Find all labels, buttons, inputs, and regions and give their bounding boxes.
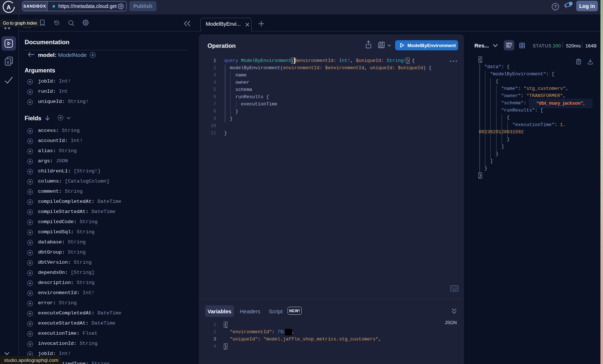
svg-text:?: ? [554, 4, 557, 9]
svg-text:A: A [7, 4, 11, 11]
